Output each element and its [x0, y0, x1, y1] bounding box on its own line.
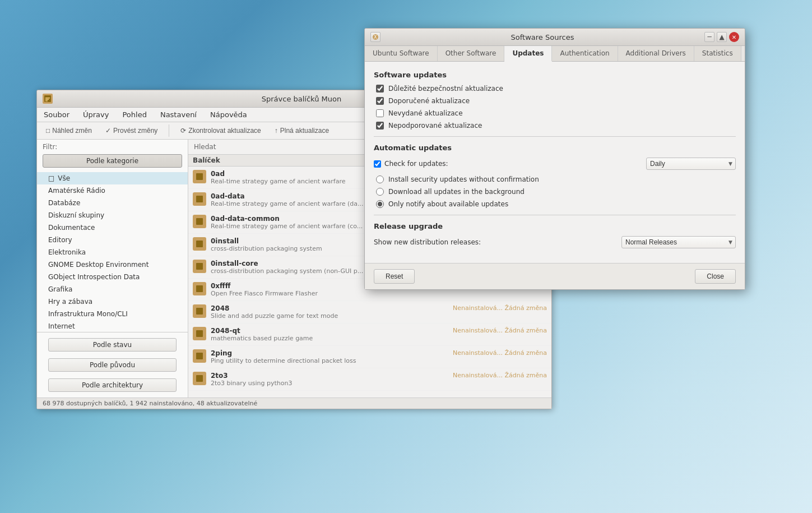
tab-ubuntu-software[interactable]: Ubuntu Software — [365, 46, 438, 61]
apply-changes-button[interactable]: ✓ Provést změny — [101, 125, 162, 136]
package-icon — [193, 372, 206, 385]
category-radio[interactable]: Amatérské Rádio — [37, 184, 188, 197]
package-icon — [193, 170, 206, 183]
svg-rect-3 — [45, 100, 48, 101]
check-for-updates-checkbox[interactable] — [374, 160, 381, 168]
category-gobject[interactable]: GObject Introspection Data — [37, 271, 188, 283]
download-all-radio[interactable] — [376, 188, 384, 196]
svg-rect-13 — [196, 375, 203, 382]
close-button[interactable]: Close — [695, 269, 736, 284]
svg-rect-12 — [196, 353, 203, 359]
category-internet[interactable]: Internet — [37, 320, 188, 332]
filter-label: Filtr: — [37, 140, 188, 152]
dialog-titlebar: X Software Sources ─ ▲ ✕ — [365, 29, 745, 46]
svg-rect-8 — [196, 263, 203, 270]
package-icon — [193, 192, 206, 206]
package-icon — [193, 260, 206, 273]
release-type-select-wrapper: Normal Releases Long term support releas… — [621, 236, 736, 248]
package-icon — [193, 304, 206, 318]
radio-download-all: Download all updates in the background — [374, 188, 736, 196]
checkbox-unreleased-updates: Nevydané aktualizace — [374, 109, 736, 117]
package-icon — [193, 237, 206, 251]
preview-icon: □ — [46, 127, 50, 135]
software-sources-dialog: X Software Sources ─ ▲ ✕ Ubuntu Software… — [364, 28, 745, 290]
check-for-updates-row: Check for updates: Daily Every two days … — [374, 158, 736, 170]
svg-rect-9 — [196, 285, 203, 292]
filter-by-state-button[interactable]: Podle stavu — [48, 338, 177, 352]
unsupported-updates-checkbox[interactable] — [376, 122, 384, 130]
category-docs[interactable]: Dokumentace — [37, 221, 188, 234]
security-updates-checkbox[interactable] — [376, 85, 384, 93]
category-gnome[interactable]: GNOME Desktop Environment — [37, 258, 188, 271]
menu-soubor[interactable]: Soubor — [41, 109, 72, 120]
category-db[interactable]: Databáze — [37, 197, 188, 209]
software-updates-title: Software updates — [374, 71, 736, 79]
category-mono[interactable]: Infrastruktura Mono/CLI — [37, 308, 188, 320]
section-divider-2 — [374, 215, 736, 215]
radio-only-notify: Only notify about available updates — [374, 200, 736, 208]
checkbox-security-updates: Důležité bezpečnostní aktualizace — [374, 85, 736, 93]
svg-rect-6 — [196, 218, 203, 225]
filter-by-arch-button[interactable]: Podle architektury — [48, 378, 177, 392]
category-list: □ Vše Amatérské Rádio Databáze Diskuzní … — [37, 170, 188, 332]
menu-napoveda[interactable]: Nápověda — [208, 109, 249, 120]
svg-rect-2 — [45, 99, 49, 100]
svg-rect-11 — [196, 330, 203, 337]
release-upgrade-title: Release upgrade — [374, 222, 736, 230]
maximize-button[interactable]: ▲ — [717, 32, 727, 42]
dialog-window-controls: ─ ▲ ✕ — [704, 32, 739, 42]
dialog-app-icon: X — [370, 32, 381, 42]
category-electronics[interactable]: Elektronika — [37, 246, 188, 258]
category-editors[interactable]: Editory — [37, 234, 188, 246]
svg-rect-10 — [196, 308, 203, 315]
tab-updates[interactable]: Updates — [504, 46, 552, 62]
recommended-updates-checkbox[interactable] — [376, 97, 384, 105]
svg-rect-7 — [196, 241, 203, 247]
package-icon — [193, 327, 206, 340]
menu-upravy[interactable]: Úpravy — [81, 109, 111, 120]
dialog-tabs: Ubuntu Software Other Software Updates A… — [365, 46, 745, 62]
preview-changes-button[interactable]: □ Náhled změn — [41, 125, 96, 136]
automatic-updates-title: Automatic updates — [374, 144, 736, 152]
dialog-body: Software updates Důležité bezpečnostní a… — [365, 62, 745, 263]
filter-by-origin-button[interactable]: Podle původu — [48, 358, 177, 372]
muon-app-icon — [43, 94, 53, 104]
tab-additional-drivers[interactable]: Additional Drivers — [618, 46, 694, 61]
category-groups[interactable]: Diskuzní skupiny — [37, 209, 188, 221]
checkmark-icon: ✓ — [105, 127, 111, 135]
filter-by-category-button[interactable]: Podle kategorie — [43, 154, 182, 168]
list-item: 2048-qt mathematics based puzzle game Ne… — [188, 323, 551, 346]
check-frequency-select[interactable]: Daily Every two days Weekly Every two we… — [646, 158, 736, 170]
tab-other-software[interactable]: Other Software — [438, 46, 505, 61]
category-icon: □ — [48, 174, 54, 182]
section-divider-1 — [374, 136, 736, 137]
category-all[interactable]: □ Vše — [37, 172, 188, 184]
tab-statistics[interactable]: Statistics — [694, 46, 741, 61]
muon-left-panel: Filtr: Podle kategorie □ Vše Amatérské R… — [37, 140, 188, 398]
muon-statusbar: 68 978 dostupných balíčků, 1 942 nainsta… — [37, 398, 551, 409]
list-item: 2to3 2to3 binary using python3 Nenainsta… — [188, 368, 551, 391]
unreleased-updates-checkbox[interactable] — [376, 109, 384, 117]
svg-text:X: X — [374, 35, 377, 40]
show-releases-row: Show new distribution releases: Normal R… — [374, 236, 736, 248]
category-games[interactable]: Hry a zábava — [37, 295, 188, 308]
category-graphics[interactable]: Grafika — [37, 283, 188, 295]
radio-install-security: Install security updates without confirm… — [374, 175, 736, 183]
svg-rect-1 — [45, 98, 50, 99]
upgrade-icon: ↑ — [275, 127, 278, 135]
dialog-footer: Reset Close — [365, 263, 745, 289]
full-update-button[interactable]: ↑ Plná aktualizace — [270, 125, 333, 136]
list-item: 2ping Ping utility to determine directio… — [188, 346, 551, 368]
menu-pohled[interactable]: Pohled — [120, 109, 149, 120]
close-window-button[interactable]: ✕ — [729, 32, 739, 42]
install-security-radio[interactable] — [376, 175, 384, 183]
minimize-button[interactable]: ─ — [704, 32, 714, 42]
tab-authentication[interactable]: Authentication — [552, 46, 618, 61]
package-icon — [193, 349, 206, 363]
check-updates-button[interactable]: ⟳ Zkontrolovat aktualizace — [176, 125, 265, 136]
release-type-select[interactable]: Normal Releases Long term support releas… — [621, 236, 736, 248]
menu-nastaveni[interactable]: Nastavení — [158, 109, 199, 120]
only-notify-radio[interactable] — [376, 200, 384, 208]
reset-button[interactable]: Reset — [374, 269, 415, 284]
package-icon — [193, 215, 206, 228]
